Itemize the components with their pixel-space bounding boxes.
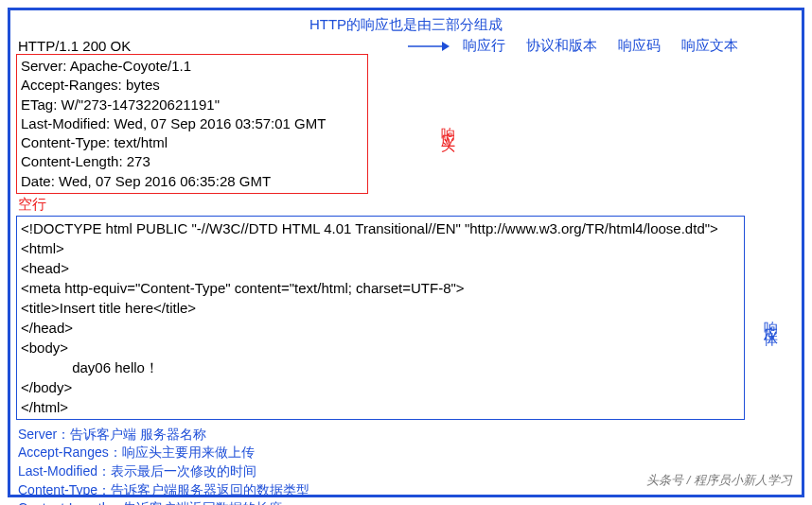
response-body-box: <!DOCTYPE html PUBLIC "-//W3C//DTD HTML … [16,216,745,420]
diagram-title: HTTP的响应也是由三部分组成 [16,16,796,34]
headers-row: Server: Apache-Coyote/1.1 Accept-Ranges:… [16,54,796,194]
body-content: <!DOCTYPE html PUBLIC "-//W3C//DTD HTML … [21,218,740,417]
arrow-icon [408,40,450,53]
headers-section-label: 响应头 [439,115,457,132]
response-headers-box: Server: Apache-Coyote/1.1 Accept-Ranges:… [16,54,368,194]
explanation-line: Server：告诉客户端 服务器名称 [18,426,796,444]
explanation-line: Accept-Ranges：响应头主要用来做上传 [18,444,796,462]
status-label-protocol: 协议和版本 [526,37,597,55]
status-label-code: 响应码 [618,37,661,55]
body-section-label: 响应体 [762,309,780,326]
status-label-text: 响应文本 [681,37,738,55]
header-line: Last-Modified: Wed, 07 Sep 2016 03:57:01… [21,114,363,133]
header-line: Accept-Ranges: bytes [21,76,363,95]
watermark-text: 头条号 / 程序员小新人学习 [646,472,792,489]
explanation-line: Content-Length：告诉客户端返回数据的长度 [18,499,796,505]
header-line: Content-Type: text/html [21,133,363,152]
header-explanations: Server：告诉客户端 服务器名称 Accept-Ranges：响应头主要用来… [16,426,796,505]
header-line: Date: Wed, 07 Sep 2016 06:35:28 GMT [21,172,363,191]
status-line-annotations: 响应行 协议和版本 响应码 响应文本 [408,37,738,55]
diagram-frame: HTTP的响应也是由三部分组成 HTTP/1.1 200 OK 响应行 协议和版… [8,8,804,497]
body-row: <!DOCTYPE html PUBLIC "-//W3C//DTD HTML … [16,216,796,420]
header-line: Content-Length: 273 [21,152,363,171]
header-line: Server: Apache-Coyote/1.1 [21,57,363,76]
blank-line-label: 空行 [16,196,796,214]
svg-marker-1 [442,42,450,51]
status-label-line: 响应行 [463,37,505,55]
header-line: ETag: W/"273-1473220621191" [21,96,363,114]
